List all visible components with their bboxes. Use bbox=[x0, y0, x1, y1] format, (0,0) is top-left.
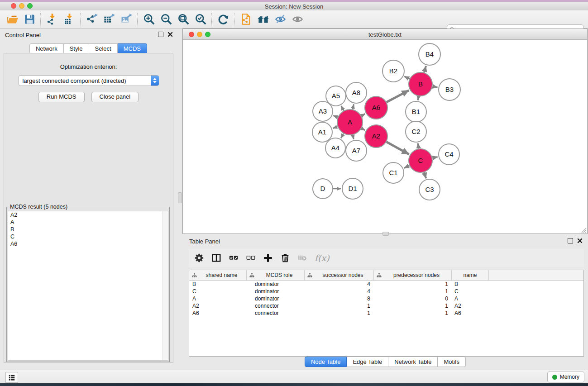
node-table[interactable]: shared nameMCDS rolesuccessor nodesprede… bbox=[189, 270, 584, 357]
float-panel-icon[interactable] bbox=[568, 238, 573, 243]
delete-table-button[interactable] bbox=[295, 250, 310, 266]
cell-predecessor-nodes[interactable]: 1 bbox=[374, 310, 452, 316]
cell-MCDS-role[interactable]: connector bbox=[247, 310, 305, 316]
column-header-predecessor-nodes[interactable]: predecessor nodes bbox=[374, 270, 452, 280]
cell-name[interactable]: A bbox=[452, 295, 489, 302]
cell-name[interactable]: A2 bbox=[452, 303, 489, 309]
memory-button[interactable]: Memory bbox=[547, 372, 584, 382]
node-B4[interactable]: B4 bbox=[419, 43, 440, 65]
task-history-button[interactable] bbox=[5, 372, 18, 383]
import-table-button[interactable] bbox=[61, 12, 78, 27]
column-header-MCDS-role[interactable]: MCDS role bbox=[247, 270, 305, 280]
node-A2[interactable]: A2 bbox=[365, 125, 387, 148]
node-A7[interactable]: A7 bbox=[346, 140, 367, 161]
node-B[interactable]: B bbox=[409, 72, 432, 96]
node-B2[interactable]: B2 bbox=[382, 60, 404, 82]
mcds-result-item[interactable]: A6 bbox=[8, 240, 168, 248]
open-session-button[interactable] bbox=[4, 12, 21, 27]
cell-successor-nodes[interactable]: 4 bbox=[305, 281, 374, 287]
node-C4[interactable]: C4 bbox=[439, 144, 459, 165]
cell-MCDS-role[interactable]: dominator bbox=[247, 288, 305, 295]
edge-B-B2[interactable] bbox=[404, 76, 409, 79]
scrollbar-track[interactable] bbox=[163, 211, 168, 360]
cell-name[interactable]: A6 bbox=[452, 310, 489, 316]
edge-A-A2[interactable] bbox=[362, 129, 365, 130]
column-header-successor-nodes[interactable]: successor nodes bbox=[305, 270, 374, 280]
cell-MCDS-role[interactable]: connector bbox=[247, 303, 305, 309]
app-titlebar[interactable]: Session: New Session bbox=[0, 2, 588, 11]
node-C3[interactable]: C3 bbox=[419, 179, 440, 200]
edge-A-A8[interactable] bbox=[353, 104, 354, 109]
cell-name[interactable]: B bbox=[452, 281, 489, 287]
cell-shared-name[interactable]: A2 bbox=[189, 303, 247, 309]
edge-B-B4[interactable] bbox=[424, 66, 426, 72]
hide-selected-button[interactable] bbox=[272, 12, 289, 27]
save-session-button[interactable] bbox=[21, 12, 38, 27]
delete-columns-button[interactable] bbox=[277, 250, 293, 266]
column-header-name[interactable]: name bbox=[452, 270, 489, 280]
tab-network-table[interactable]: Network Table bbox=[388, 357, 438, 367]
network-window-titlebar[interactable]: testGlobe.txt bbox=[183, 29, 587, 40]
criterion-dropdown[interactable]: largest connected component (directed) bbox=[19, 75, 159, 86]
zoom-in-button[interactable] bbox=[140, 12, 158, 27]
node-A1[interactable]: A1 bbox=[312, 122, 332, 142]
table-row[interactable]: A2connector11A2 bbox=[189, 302, 583, 310]
cell-shared-name[interactable]: B bbox=[189, 281, 247, 287]
mcds-result-item[interactable]: C bbox=[8, 233, 168, 240]
table-row[interactable]: Bdominator41B bbox=[189, 281, 583, 288]
node-B3[interactable]: B3 bbox=[439, 79, 460, 100]
export-image-button[interactable] bbox=[118, 12, 135, 27]
edge-A6-B[interactable] bbox=[387, 91, 409, 102]
cell-predecessor-nodes[interactable]: 1 bbox=[374, 281, 452, 287]
column-header-shared-name[interactable]: shared name bbox=[189, 270, 247, 280]
node-A5[interactable]: A5 bbox=[326, 86, 346, 106]
mcds-result-item[interactable]: A bbox=[8, 219, 168, 226]
edge-C-C1[interactable] bbox=[404, 166, 410, 168]
refresh-layout-button[interactable] bbox=[215, 12, 232, 27]
tab-network[interactable]: Network bbox=[29, 43, 64, 54]
node-C2[interactable]: C2 bbox=[406, 121, 426, 142]
cell-predecessor-nodes[interactable]: 1 bbox=[374, 288, 452, 295]
mcds-result-list[interactable]: A2ABCA6 bbox=[8, 211, 168, 361]
node-B1[interactable]: B1 bbox=[406, 101, 426, 122]
node-D[interactable]: D bbox=[313, 179, 333, 199]
node-A3[interactable]: A3 bbox=[313, 101, 333, 121]
node-C[interactable]: C bbox=[409, 149, 432, 172]
node-A4[interactable]: A4 bbox=[325, 138, 345, 158]
resize-grip-icon[interactable] bbox=[580, 227, 587, 233]
select-all-rows-button[interactable] bbox=[226, 250, 241, 266]
cell-MCDS-role[interactable]: dominator bbox=[247, 295, 305, 302]
toggle-columns-button[interactable] bbox=[209, 250, 224, 266]
edge-C-C2[interactable] bbox=[418, 143, 419, 149]
node-A[interactable]: A bbox=[337, 110, 363, 135]
node-D1[interactable]: D1 bbox=[342, 178, 363, 199]
edge-A-A4[interactable] bbox=[341, 133, 344, 138]
tab-style[interactable]: Style bbox=[64, 43, 89, 54]
tab-select[interactable]: Select bbox=[89, 43, 118, 54]
mcds-result-item[interactable]: B bbox=[8, 226, 168, 233]
function-builder-button[interactable]: f(x) bbox=[312, 253, 330, 263]
edge-A-A5[interactable] bbox=[341, 106, 344, 110]
cell-name[interactable]: C bbox=[452, 288, 489, 295]
tab-edge-table[interactable]: Edge Table bbox=[347, 357, 388, 367]
zoom-out-button[interactable] bbox=[158, 12, 175, 27]
export-table-button[interactable] bbox=[100, 12, 118, 27]
show-all-button[interactable] bbox=[289, 12, 306, 27]
network-canvas[interactable]: AA1A2A3A4A5A6A7A8BB1B2B3B4CC1C2C3C4DD1 bbox=[183, 40, 587, 233]
cell-MCDS-role[interactable]: dominator bbox=[247, 281, 305, 287]
edge-A2-C[interactable] bbox=[387, 142, 409, 154]
edge-C-C4[interactable] bbox=[432, 157, 437, 158]
edge-B-B1[interactable] bbox=[418, 96, 418, 100]
node-A6[interactable]: A6 bbox=[365, 96, 387, 119]
close-panel-button[interactable]: Close panel bbox=[91, 92, 139, 102]
deselect-all-rows-button[interactable] bbox=[243, 250, 258, 266]
edge-A-A6[interactable] bbox=[361, 114, 365, 116]
cell-successor-nodes[interactable]: 8 bbox=[305, 295, 374, 302]
node-C1[interactable]: C1 bbox=[383, 162, 404, 183]
network-from-selection-button[interactable] bbox=[237, 12, 254, 27]
cell-shared-name[interactable]: C bbox=[189, 288, 247, 295]
cell-shared-name[interactable]: A bbox=[189, 295, 247, 302]
table-settings-button[interactable] bbox=[191, 250, 207, 266]
export-network-button[interactable] bbox=[83, 12, 100, 27]
cell-shared-name[interactable]: A6 bbox=[189, 310, 247, 316]
